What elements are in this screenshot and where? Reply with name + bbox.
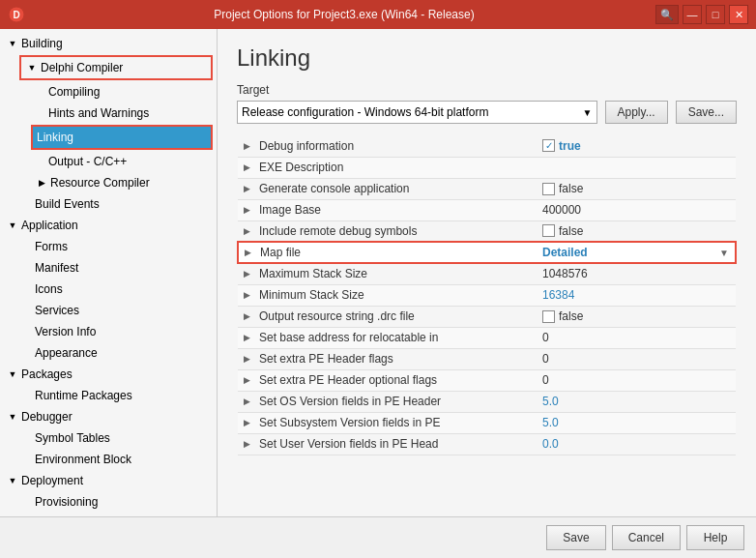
expand-arrow-icon[interactable]: ▶	[245, 248, 256, 257]
sidebar-item-manifest[interactable]: Manifest	[0, 257, 217, 279]
sidebar-group-deployment[interactable]: ▼ Deployment	[0, 470, 217, 491]
prop-name-cell: ▶ Minimum Stack Size	[244, 288, 531, 302]
chevron-down-icon: ▼	[6, 37, 19, 50]
close-button[interactable]: ✕	[729, 5, 748, 24]
target-dropdown[interactable]: Release configuration - Windows 64-bit p…	[237, 101, 597, 124]
page-title: Linking	[237, 44, 737, 72]
chevron-down-icon: ▼	[6, 474, 19, 487]
sidebar-item-appearance[interactable]: Appearance	[0, 342, 217, 364]
table-row: ▶ Set base address for relocatable in 0	[238, 327, 736, 348]
sidebar-item-icons[interactable]: Icons	[0, 279, 217, 300]
expand-arrow-icon[interactable]: ▶	[244, 354, 255, 364]
maximize-button[interactable]: □	[706, 5, 725, 24]
checkbox-cell: false	[542, 224, 730, 238]
table-row: ▶ Debug information ✓ true	[238, 135, 736, 157]
expand-arrow-icon[interactable]: ▶	[244, 418, 255, 427]
prop-name-cell: ▶ Debug information	[244, 139, 531, 153]
search-button[interactable]: 🔍	[655, 5, 679, 24]
sidebar-item-hints-warnings[interactable]: Hints and Warnings	[0, 103, 217, 124]
chevron-down-icon: ▼	[25, 61, 39, 74]
sidebar-group-building[interactable]: ▼ Building	[0, 33, 217, 54]
expand-arrow-icon[interactable]: ▶	[244, 205, 255, 215]
table-row: ▶ Output resource string .drc file false	[238, 306, 736, 327]
debug-info-value: true	[559, 139, 581, 153]
help-button[interactable]: Help	[686, 525, 744, 550]
target-row: Release configuration - Windows 64-bit p…	[237, 101, 737, 124]
debug-info-checkbox[interactable]: ✓	[542, 139, 555, 152]
prop-name-cell: ▶ Set extra PE Header optional flags	[244, 373, 531, 387]
sidebar-item-forms[interactable]: Forms	[0, 236, 217, 257]
target-label: Target	[237, 83, 737, 97]
chevron-right-icon: ▶	[35, 176, 48, 190]
expand-arrow-icon[interactable]: ▶	[244, 162, 255, 172]
expand-arrow-icon[interactable]: ▶	[244, 439, 255, 449]
table-row: ▶ Minimum Stack Size 16384	[238, 284, 736, 306]
prop-name-cell: ▶ Output resource string .drc file	[244, 309, 531, 323]
cancel-button[interactable]: Cancel	[612, 525, 681, 550]
map-file-value: Detailed	[542, 246, 588, 259]
sidebar: ▼ Building ▼ Delphi Compiler Compiling H…	[0, 29, 218, 516]
svg-text:D: D	[13, 10, 19, 20]
prop-name-cell: ▶ EXE Description	[244, 161, 531, 174]
expand-arrow-icon[interactable]: ▶	[244, 290, 255, 300]
sidebar-item-output-cpp[interactable]: Output - C/C++	[0, 151, 217, 172]
table-row: ▶ Set Subsystem Version fields in PE 5.0	[238, 412, 736, 433]
window-controls: 🔍 — □ ✕	[655, 5, 748, 24]
remote-debug-checkbox[interactable]	[542, 224, 555, 237]
sidebar-item-services[interactable]: Services	[0, 300, 217, 321]
minimize-button[interactable]: —	[683, 5, 702, 24]
save-button[interactable]: Save	[546, 525, 605, 550]
content-area: Linking Target Release configuration - W…	[218, 29, 756, 516]
table-row: ▶ Generate console application false	[238, 178, 736, 199]
sidebar-item-environment-block[interactable]: Environment Block	[0, 449, 217, 470]
chevron-down-icon: ▼	[6, 410, 19, 424]
sidebar-item-provisioning[interactable]: Provisioning	[0, 491, 217, 513]
table-row: ▶ Set extra PE Header flags 0	[238, 348, 736, 369]
expand-arrow-icon[interactable]: ▶	[244, 375, 255, 385]
table-row: ▶ Maximum Stack Size 1048576	[238, 263, 736, 284]
prop-name-cell: ▶ Set OS Version fields in PE Header	[244, 395, 531, 408]
sidebar-item-build-events[interactable]: Build Events	[0, 193, 217, 215]
sidebar-item-version-info[interactable]: Version Info	[0, 321, 217, 342]
linking-highlight: Linking	[31, 125, 213, 150]
table-row: ▶ Set extra PE Header optional flags 0	[238, 369, 736, 391]
expand-arrow-icon[interactable]: ▶	[244, 396, 255, 406]
sidebar-group-application[interactable]: ▼ Application	[0, 215, 217, 236]
prop-name-cell: ▶ Maximum Stack Size	[244, 267, 531, 280]
checkbox-cell: false	[542, 182, 730, 195]
table-row: ▶ Set OS Version fields in PE Header 5.0	[238, 391, 736, 412]
expand-arrow-icon[interactable]: ▶	[244, 141, 255, 151]
sidebar-item-symbol-tables[interactable]: Symbol Tables	[0, 427, 217, 449]
dropdown-arrow-icon[interactable]: ▼	[719, 248, 729, 258]
title-bar: D Project Options for Project3.exe (Win6…	[0, 0, 756, 29]
prop-name-cell: ▶ Set User Version fields in PE Head	[244, 437, 531, 451]
expand-arrow-icon[interactable]: ▶	[244, 226, 255, 236]
checkbox-cell: ✓ true	[542, 139, 730, 153]
app-logo: D	[8, 6, 25, 23]
output-drc-checkbox[interactable]	[542, 310, 555, 323]
prop-name-cell: ▶ Include remote debug symbols	[244, 224, 531, 238]
sidebar-item-compiling[interactable]: Compiling	[0, 81, 217, 103]
delphi-compiler-highlight: ▼ Delphi Compiler	[19, 55, 213, 80]
sidebar-group-packages[interactable]: ▼ Packages	[0, 364, 217, 385]
sidebar-group-debugger[interactable]: ▼ Debugger	[0, 406, 217, 427]
sidebar-item-runtime-packages[interactable]: Runtime Packages	[0, 385, 217, 406]
prop-name-cell: ▶ Generate console application	[244, 182, 531, 195]
sidebar-item-resource-compiler[interactable]: ▶ Resource Compiler	[0, 172, 217, 193]
sidebar-item-delphi-compiler[interactable]: ▼ Delphi Compiler	[21, 57, 211, 78]
expand-arrow-icon[interactable]: ▶	[244, 333, 255, 342]
save-as-button[interactable]: Save...	[676, 101, 737, 124]
expand-arrow-icon[interactable]: ▶	[244, 184, 255, 193]
prop-name-cell: ▶ Map file	[245, 246, 531, 259]
table-row: ▶ EXE Description	[238, 157, 736, 178]
generate-console-checkbox[interactable]	[542, 183, 555, 195]
bottom-bar: Save Cancel Help	[0, 516, 756, 558]
properties-table: ▶ Debug information ✓ true	[237, 135, 737, 455]
sidebar-item-linking[interactable]: Linking	[33, 127, 211, 148]
chevron-down-icon: ▼	[583, 107, 593, 118]
expand-arrow-icon[interactable]: ▶	[244, 311, 255, 321]
window-title: Project Options for Project3.exe (Win64 …	[33, 8, 655, 21]
table-row-map-file: ▶ Map file Detailed ▼	[238, 242, 736, 263]
expand-arrow-icon[interactable]: ▶	[244, 269, 255, 279]
apply-button[interactable]: Apply...	[605, 101, 668, 124]
